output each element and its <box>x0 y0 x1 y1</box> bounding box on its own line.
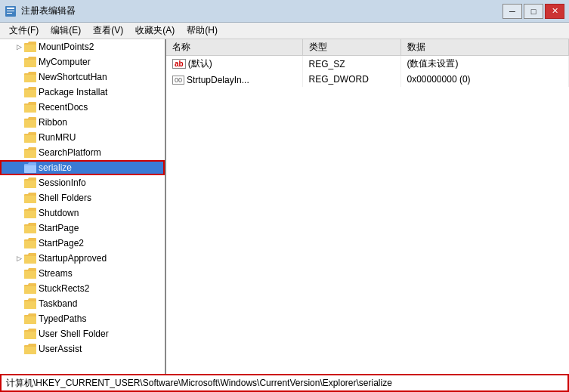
tree-item-MyComputer[interactable]: MyComputer <box>0 54 165 69</box>
folder-icon <box>24 87 36 97</box>
title-bar-left: 注册表编辑器 <box>5 5 76 17</box>
tree-item-Taskband[interactable]: Taskband <box>0 296 165 311</box>
tree-label: SessionInfo <box>39 177 86 188</box>
cell-type: REG_DWORD <box>302 72 400 87</box>
folder-icon <box>24 329 36 339</box>
tree-item-PackageInstallat[interactable]: Package Installat <box>0 85 165 100</box>
tree-item-StuckRects2[interactable]: StuckRects2 <box>0 281 165 296</box>
close-button[interactable]: ✕ <box>545 4 564 19</box>
tree-label: TypedPaths <box>39 313 86 324</box>
tree-label: NewShortcutHan <box>39 72 107 82</box>
folder-icon <box>24 147 36 158</box>
folder-icon <box>24 193 36 203</box>
tree-item-UserAssist[interactable]: UserAssist <box>0 341 165 357</box>
tree-label: StartPage2 <box>39 238 84 248</box>
folder-icon <box>24 177 36 188</box>
tree-item-NewShortcutHan[interactable]: NewShortcutHan <box>0 69 165 85</box>
tree-label: MountPoints2 <box>39 42 94 52</box>
cell-data: 0x00000000 (0) <box>400 72 569 87</box>
regedit-icon <box>5 5 17 17</box>
folder-icon <box>24 283 36 294</box>
expand-icon <box>14 268 24 279</box>
tree-label: RunMRU <box>39 132 76 143</box>
expand-icon <box>14 283 24 294</box>
folder-icon <box>24 42 36 52</box>
tree-label: StartupApproved <box>39 253 107 264</box>
expand-icon <box>14 132 24 143</box>
expand-icon <box>14 57 24 67</box>
minimize-button[interactable]: ─ <box>503 4 522 19</box>
tree-label: StuckRects2 <box>39 283 89 294</box>
tree-label: StartPage <box>39 223 79 233</box>
ab-icon: ab <box>172 59 186 69</box>
table-row[interactable]: ab (默认) REG_SZ (数值未设置) <box>166 56 569 73</box>
menu-favorites[interactable]: 收藏夹(A) <box>129 23 181 39</box>
tree-item-StartupApproved[interactable]: StartupApproved <box>0 251 165 266</box>
tree-item-RecentDocs[interactable]: RecentDocs <box>0 100 165 115</box>
window-title: 注册表编辑器 <box>21 5 76 17</box>
tree-label: Shell Folders <box>39 193 91 203</box>
right-panel[interactable]: 名称 类型 数据 ab (默认) REG_SZ (数值未设置) <box>166 39 569 374</box>
tree-item-Ribbon[interactable]: Ribbon <box>0 115 165 130</box>
expand-icon <box>14 329 24 339</box>
tree-item-Streams[interactable]: Streams <box>0 266 165 281</box>
svg-rect-3 <box>7 13 12 14</box>
svg-rect-2 <box>7 11 14 11</box>
tree-panel[interactable]: MountPoints2 MyComputer NewShortcutHan P… <box>0 39 166 374</box>
folder-icon <box>24 313 36 324</box>
col-name: 名称 <box>166 39 302 56</box>
tree-item-StartPage2[interactable]: StartPage2 <box>0 236 165 251</box>
tree-item-RunMRU[interactable]: RunMRU <box>0 130 165 145</box>
expand-icon <box>14 298 24 309</box>
tree-label: Streams <box>39 268 73 279</box>
tree-label: User Shell Folder <box>39 329 109 339</box>
tree-item-StartPage[interactable]: StartPage <box>0 221 165 236</box>
expand-icon <box>14 193 24 203</box>
expand-icon <box>14 147 24 158</box>
tree-item-Shutdown[interactable]: Shutdown <box>0 205 165 221</box>
tree-label: RecentDocs <box>39 102 88 113</box>
expand-icon <box>14 238 24 248</box>
folder-icon <box>24 344 36 354</box>
tree-label: serialize <box>39 162 72 173</box>
menu-edit[interactable]: 编辑(E) <box>45 23 87 39</box>
hex-icon: 00 <box>172 76 184 85</box>
folder-icon <box>24 117 36 128</box>
tree-item-TypedPaths[interactable]: TypedPaths <box>0 311 165 326</box>
folder-icon <box>24 238 36 248</box>
col-data: 数据 <box>400 39 569 56</box>
cell-name: ab (默认) <box>166 56 302 73</box>
table-row[interactable]: 00 StrtupDelayIn... REG_DWORD 0x00000000… <box>166 72 569 87</box>
title-bar-buttons: ─ □ ✕ <box>503 4 564 19</box>
expand-icon <box>14 344 24 354</box>
tree-item-SearchPlatform[interactable]: SearchPlatform <box>0 145 165 160</box>
registry-table: 名称 类型 数据 ab (默认) REG_SZ (数值未设置) <box>166 39 569 87</box>
folder-icon <box>24 57 36 67</box>
main-content: MountPoints2 MyComputer NewShortcutHan P… <box>0 39 569 374</box>
cell-type: REG_SZ <box>302 56 400 73</box>
tree-item-MountPoints2[interactable]: MountPoints2 <box>0 39 165 54</box>
status-path: 计算机\HKEY_CURRENT_USER\Software\Microsoft… <box>6 377 392 390</box>
status-bar: 计算机\HKEY_CURRENT_USER\Software\Microsoft… <box>0 374 569 392</box>
folder-icon <box>24 132 36 143</box>
tree-item-UserShellFolder[interactable]: User Shell Folder <box>0 326 165 341</box>
expand-icon[interactable] <box>14 42 24 52</box>
menu-help[interactable]: 帮助(H) <box>181 23 224 39</box>
expand-icon <box>14 87 24 97</box>
menu-file[interactable]: 文件(F) <box>3 23 45 39</box>
expand-icon[interactable] <box>14 253 24 264</box>
expand-icon <box>14 162 24 173</box>
folder-icon <box>24 223 36 233</box>
tree-item-serialize[interactable]: serialize <box>0 160 165 175</box>
expand-icon <box>14 117 24 128</box>
maximize-button[interactable]: □ <box>524 4 543 19</box>
tree-label: SearchPlatform <box>39 147 101 158</box>
cell-name: 00 StrtupDelayIn... <box>166 72 302 87</box>
tree-item-ShellFolders[interactable]: Shell Folders <box>0 190 165 205</box>
col-type: 类型 <box>302 39 400 56</box>
menu-view[interactable]: 查看(V) <box>87 23 129 39</box>
expand-icon <box>14 102 24 113</box>
svg-rect-1 <box>7 8 14 9</box>
tree-item-SessionInfo[interactable]: SessionInfo <box>0 175 165 190</box>
tree-label: Shutdown <box>39 208 79 218</box>
